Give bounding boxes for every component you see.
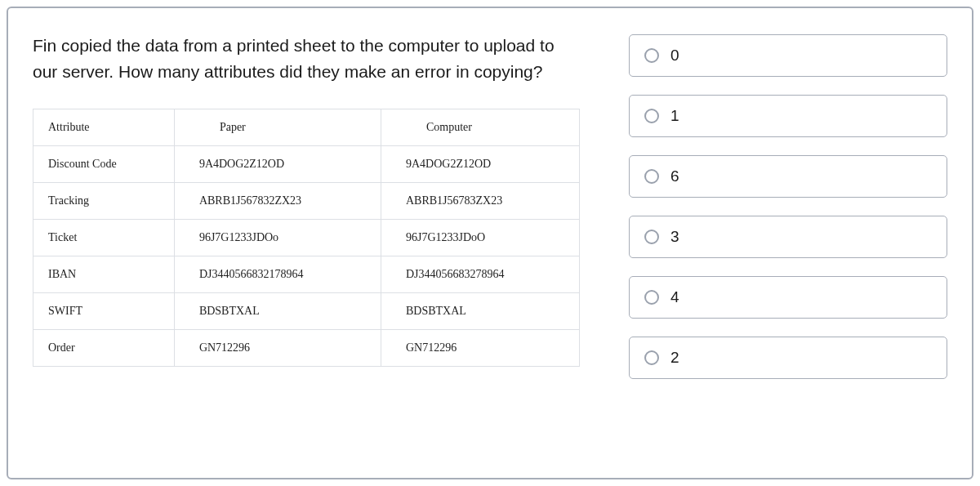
table-header-row: Attribute Paper Computer (33, 109, 580, 146)
table-row: TrackingABRB1J567832ZX23ABRB1J56783ZX23 (33, 183, 580, 220)
cell-computer: DJ344056683278964 (381, 256, 579, 293)
answer-option[interactable]: 2 (629, 337, 947, 379)
table-row: Discount Code9A4DOG2Z12OD9A4DOG2Z12OD (33, 146, 580, 183)
radio-icon (644, 290, 659, 305)
cell-attribute: Discount Code (33, 146, 175, 183)
option-label: 4 (670, 288, 679, 306)
cell-attribute: Tracking (33, 183, 175, 220)
radio-icon (644, 109, 659, 123)
cell-paper: DJ3440566832178964 (174, 256, 381, 293)
question-panel: Fin copied the data from a printed sheet… (33, 33, 580, 461)
cell-paper: 96J7G1233JDOo (174, 220, 381, 256)
radio-icon (644, 350, 659, 365)
cell-computer: GN712296 (381, 330, 579, 367)
cell-attribute: IBAN (33, 256, 175, 293)
quiz-container: Fin copied the data from a printed sheet… (7, 7, 973, 479)
table-row: SWIFTBDSBTXALBDSBTXAL (33, 293, 580, 330)
table-row: Ticket96J7G1233JDOo96J7G1233JDoO (33, 220, 580, 256)
answer-option[interactable]: 4 (629, 276, 947, 319)
cell-paper: GN712296 (174, 330, 381, 367)
answer-option[interactable]: 1 (629, 95, 947, 137)
cell-paper: 9A4DOG2Z12OD (174, 146, 381, 183)
cell-paper: ABRB1J567832ZX23 (174, 183, 381, 220)
cell-attribute: Order (33, 330, 175, 367)
cell-attribute: SWIFT (33, 293, 175, 330)
cell-computer: BDSBTXAL (381, 293, 579, 330)
cell-paper: BDSBTXAL (174, 293, 381, 330)
option-label: 2 (670, 349, 679, 367)
answer-option[interactable]: 6 (629, 155, 947, 198)
table-body: Discount Code9A4DOG2Z12OD9A4DOG2Z12ODTra… (33, 146, 580, 367)
col-attribute: Attribute (33, 109, 175, 146)
cell-computer: 96J7G1233JDoO (381, 220, 579, 256)
radio-icon (644, 48, 659, 63)
options-panel: 016342 (629, 33, 947, 461)
cell-attribute: Ticket (33, 220, 175, 256)
data-table: Attribute Paper Computer Discount Code9A… (33, 109, 580, 367)
table-row: IBANDJ3440566832178964DJ344056683278964 (33, 256, 580, 293)
option-label: 6 (670, 167, 679, 185)
radio-icon (644, 169, 659, 184)
answer-option[interactable]: 0 (629, 34, 947, 77)
col-paper: Paper (174, 109, 381, 146)
option-label: 0 (670, 47, 679, 65)
cell-computer: ABRB1J56783ZX23 (381, 183, 579, 220)
question-text: Fin copied the data from a printed sheet… (33, 33, 580, 84)
option-label: 1 (670, 107, 679, 125)
cell-computer: 9A4DOG2Z12OD (381, 146, 579, 183)
radio-icon (644, 230, 659, 244)
col-computer: Computer (381, 109, 579, 146)
table-row: OrderGN712296GN712296 (33, 330, 580, 367)
option-label: 3 (670, 228, 679, 246)
answer-option[interactable]: 3 (629, 216, 947, 258)
